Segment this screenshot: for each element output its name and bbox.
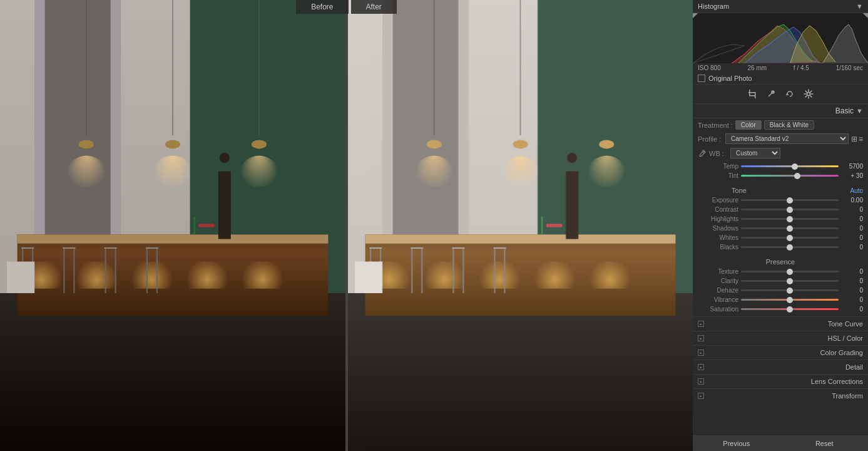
shadows-thumb[interactable] [787, 226, 793, 232]
contrast-row: Contrast 0 [698, 205, 863, 214]
profile-row: Profile : Camera Standard v2 ⊞ ≡ [693, 132, 868, 146]
dehaze-track[interactable] [741, 289, 839, 291]
texture-track[interactable] [741, 271, 839, 272]
transform-toggle[interactable]: ▪ [698, 393, 704, 399]
whites-row: Whites 0 [698, 233, 863, 242]
texture-thumb[interactable] [787, 269, 793, 275]
vibrance-value: 0 [841, 296, 863, 303]
settings-icon[interactable] [802, 87, 815, 101]
lens-corrections-toggle[interactable]: ▪ [698, 378, 704, 385]
vibrance-thumb[interactable] [787, 297, 793, 303]
shadows-row: Shadows 0 [698, 224, 863, 233]
texture-label: Texture [698, 268, 738, 275]
wb-select[interactable]: Custom [730, 148, 780, 158]
temp-label: Temp [698, 163, 738, 170]
detail-toggle[interactable]: ▪ [698, 364, 704, 370]
aperture-info: f / 4.5 [794, 65, 809, 71]
blacks-thumb[interactable] [787, 244, 793, 251]
highlights-label: Highlights [698, 215, 738, 222]
clarity-label: Clarity [698, 277, 738, 284]
color-grading-toggle[interactable]: ▪ [698, 350, 704, 356]
shadows-value: 0 [841, 225, 863, 232]
heal-icon[interactable] [764, 87, 778, 101]
transform-panel[interactable]: ▪ Transform [693, 388, 868, 403]
presence-section: Presence Texture 0 Clarity 0 Dehaze 0 Vi… [693, 254, 868, 316]
shadows-track[interactable] [741, 227, 839, 229]
tone-subsection: Tone Auto [698, 184, 863, 195]
saturation-thumb[interactable] [787, 306, 793, 313]
shutter-info: 1/160 sec [836, 65, 863, 71]
hsl-color-label: HSL / Color [708, 334, 863, 342]
before-label: Before [296, 0, 348, 14]
histogram-info: ISO 800 26 mm f / 4.5 1/160 sec [693, 63, 868, 73]
grid-icon[interactable]: ⊞ [851, 135, 857, 143]
previous-button[interactable]: Previous [693, 436, 781, 451]
transform-label: Transform [708, 392, 863, 400]
histogram-svg [693, 13, 868, 63]
before-canvas [0, 0, 345, 451]
clarity-track[interactable] [741, 280, 839, 282]
wb-label: WB : [709, 150, 728, 157]
vibrance-label: Vibrance [698, 296, 738, 303]
before-after-labels: Before After [0, 0, 693, 14]
basic-section-header: Basic ▼ [693, 104, 868, 118]
tone-auto[interactable]: Auto [780, 187, 863, 194]
color-grading-panel[interactable]: ▪ Color Grading [693, 345, 868, 360]
temp-track[interactable] [741, 165, 839, 167]
wb-row: WB : Custom [693, 146, 868, 160]
saturation-track[interactable] [741, 308, 839, 310]
tone-curve-panel[interactable]: ▪ Tone Curve [693, 316, 868, 331]
whites-thumb[interactable] [787, 235, 793, 241]
tone-curve-toggle[interactable]: ▪ [698, 321, 704, 327]
texture-value: 0 [841, 268, 863, 275]
temp-tint-section: Temp 5700 Tint + 30 [693, 160, 868, 183]
saturation-value: 0 [841, 306, 863, 313]
histogram-title: Histogram [698, 3, 729, 10]
whites-track[interactable] [741, 237, 839, 239]
list-icon[interactable]: ≡ [859, 135, 863, 143]
vibrance-track[interactable] [741, 299, 839, 301]
photo-container [0, 0, 693, 451]
bw-button[interactable]: Black & White [764, 120, 814, 130]
detail-panel[interactable]: ▪ Detail [693, 360, 868, 374]
rotate-icon[interactable] [783, 87, 797, 101]
tint-value: + 30 [841, 172, 863, 179]
exposure-thumb[interactable] [787, 197, 793, 204]
histogram-dropdown-icon[interactable]: ▼ [856, 3, 863, 10]
crop-icon[interactable] [745, 87, 759, 101]
blacks-track[interactable] [741, 246, 839, 248]
highlights-thumb[interactable] [787, 216, 793, 222]
tone-curve-label: Tone Curve [708, 320, 863, 328]
treatment-label: Treatment : [698, 122, 733, 129]
profile-select[interactable]: Camera Standard v2 [725, 133, 849, 144]
lens-corrections-panel[interactable]: ▪ Lens Corrections [693, 374, 868, 388]
color-button[interactable]: Color [735, 120, 762, 130]
hsl-color-panel[interactable]: ▪ HSL / Color [693, 331, 868, 345]
dehaze-thumb[interactable] [787, 288, 793, 294]
hsl-color-toggle[interactable]: ▪ [698, 335, 704, 341]
after-canvas [348, 0, 693, 451]
svg-rect-5 [755, 92, 756, 98]
contrast-track[interactable] [741, 209, 839, 210]
tint-row: Tint + 30 [698, 171, 863, 180]
clarity-row: Clarity 0 [698, 276, 863, 286]
clarity-thumb[interactable] [787, 278, 793, 284]
tone-label: Tone [698, 187, 780, 194]
dehaze-value: 0 [841, 287, 863, 294]
exposure-track[interactable] [741, 199, 839, 201]
collapsible-panels: ▪ Tone Curve ▪ HSL / Color ▪ Color Gradi… [693, 316, 868, 403]
tone-section: Tone Auto Exposure 0.00 Contrast 0 Highl… [693, 183, 868, 254]
original-photo-checkbox[interactable] [698, 75, 705, 82]
highlights-track[interactable] [741, 218, 839, 220]
reset-button[interactable]: Reset [781, 436, 869, 451]
tint-thumb[interactable] [794, 173, 800, 179]
basic-dropdown-icon[interactable]: ▼ [856, 107, 863, 115]
exposure-value: 0.00 [841, 197, 863, 204]
contrast-value: 0 [841, 206, 863, 213]
contrast-thumb[interactable] [787, 207, 793, 213]
tint-track[interactable] [741, 175, 839, 177]
temp-thumb[interactable] [792, 163, 798, 170]
svg-marker-2 [863, 13, 868, 18]
tint-label: Tint [698, 172, 738, 179]
basic-title: Basic [835, 106, 854, 115]
